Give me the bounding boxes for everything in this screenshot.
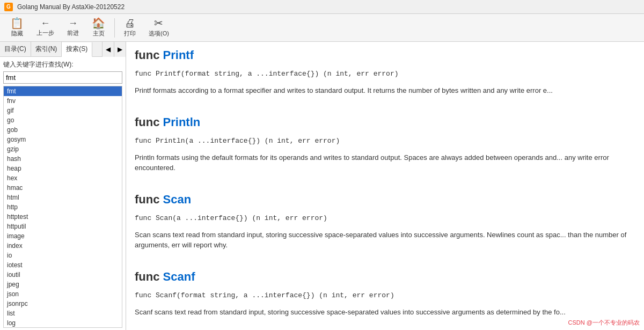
toolbar: 📋 隐藏 ← 上一步 → 前进 🏠 主页 🖨 打印 ✂ 选项(O) [0,14,644,42]
list-item[interactable]: ioutil [4,270,122,280]
search-label: 键入关键字进行查找(W): [0,57,126,70]
title-bar: G Golang Manual By AstaXie-20120522 [0,0,644,14]
list-item[interactable]: image [4,231,122,241]
list-item[interactable]: json [4,289,122,299]
list-item[interactable]: fmt [4,86,122,96]
list-item[interactable]: index [4,241,122,251]
forward-button[interactable]: → 前进 [61,16,85,40]
func-desc-println: Println formats using the default format… [135,152,635,173]
func-section-scanf: func Scanffunc Scanf(format string, a ..… [135,263,635,318]
func-desc-scanf: Scanf scans text read from standard inpu… [135,307,635,318]
list-item[interactable]: list [4,309,122,318]
func-link-printf[interactable]: Printf [163,48,194,62]
list-item[interactable]: go [4,115,122,125]
sidebar-tab-index-label: 索引(N) [35,45,57,54]
list-item[interactable]: http [4,202,122,212]
sidebar-tab-search[interactable]: 搜索(S) [62,42,92,57]
list-item[interactable]: hex [4,173,122,183]
forward-icon: → [68,18,78,28]
search-input[interactable] [3,71,122,84]
func-heading-printf: func Printf [135,42,635,64]
main-layout: 目录(C) 索引(N) 搜索(S) ◀ ▶ 键入关键字进行查找(W): fmtf… [0,42,644,330]
forward-label: 前进 [67,29,79,37]
back-label: 上一步 [36,29,54,37]
list-item[interactable]: gob [4,125,122,135]
list-item[interactable]: heap [4,164,122,173]
hide-button[interactable]: 📋 隐藏 [4,15,30,40]
list-item[interactable]: gif [4,106,122,115]
list-item[interactable]: httputil [4,222,122,231]
func-signature-println: func Println(a ...interface{}) (n int, e… [135,134,635,148]
func-heading-scan: func Scan [135,186,635,209]
print-label: 打印 [124,30,136,38]
sidebar-tab-toc-label: 目录(C) [4,45,26,54]
sidebar-tab-toc[interactable]: 目录(C) [0,42,31,56]
sidebar-tabs: 目录(C) 索引(N) 搜索(S) ◀ ▶ [0,42,126,57]
list-item[interactable]: gosym [4,135,122,144]
list-item[interactable]: fnv [4,96,122,106]
sidebar: 目录(C) 索引(N) 搜索(S) ◀ ▶ 键入关键字进行查找(W): fmtf… [0,42,126,330]
func-signature-scan: func Scan(a ...interface{}) (n int, err … [135,211,635,225]
print-button[interactable]: 🖨 打印 [118,15,142,40]
func-signature-scanf: func Scanf(format string, a ...interface… [135,288,635,303]
sidebar-prev-button[interactable]: ◀ [102,42,114,57]
content-area: func Printffunc Printf(format string, a … [126,42,644,330]
watermark: CSDN @一个不专业的码农 [568,319,640,327]
back-icon: ← [41,18,50,28]
func-link-println[interactable]: Println [163,115,201,129]
func-section-println: func Printlnfunc Println(a ...interface{… [135,109,635,173]
sidebar-next-button[interactable]: ▶ [114,42,126,57]
toolbar-separator [114,18,115,38]
func-section-printf: func Printffunc Printf(format string, a … [135,42,635,96]
sidebar-tab-index[interactable]: 索引(N) [31,42,62,56]
home-button[interactable]: 🏠 主页 [86,15,111,40]
list-item[interactable]: hash [4,154,122,164]
list-item[interactable]: io [4,251,122,260]
back-button[interactable]: ← 上一步 [31,16,60,40]
func-link-scanf[interactable]: Scanf [163,270,195,283]
hide-label: 隐藏 [11,30,23,38]
home-icon: 🏠 [92,18,105,28]
search-list: fmtfnvgifgogobgosymgziphashheaphexhmacht… [3,86,122,328]
print-icon: 🖨 [125,18,135,28]
app-icon: G [4,3,13,11]
func-link-scan[interactable]: Scan [163,193,192,206]
list-item[interactable]: jpeg [4,280,122,289]
options-label: 选项(O) [149,30,169,38]
func-signature-printf: func Printf(format string, a ...interfac… [135,67,635,81]
list-item[interactable]: hmac [4,183,122,193]
options-icon: ✂ [154,18,163,28]
home-label: 主页 [93,30,105,38]
list-item[interactable]: log [4,318,122,328]
options-button[interactable]: ✂ 选项(O) [143,15,175,40]
sidebar-nav-buttons: ◀ ▶ [102,42,126,57]
list-item[interactable]: gzip [4,144,122,154]
hide-icon: 📋 [10,18,24,28]
list-item[interactable]: iotest [4,260,122,270]
title-bar-text: Golang Manual By AstaXie-20120522 [17,3,125,11]
func-heading-scanf: func Scanf [135,263,635,286]
func-desc-printf: Printf formats according to a format spe… [135,85,635,96]
func-heading-println: func Println [135,109,635,131]
sidebar-tab-search-label: 搜索(S) [66,45,87,54]
func-desc-scan: Scan scans text read from standard input… [135,230,635,251]
func-section-scan: func Scanfunc Scan(a ...interface{}) (n … [135,186,635,251]
list-item[interactable]: jsonrpc [4,299,122,309]
list-item[interactable]: httptest [4,212,122,222]
list-item[interactable]: html [4,193,122,202]
